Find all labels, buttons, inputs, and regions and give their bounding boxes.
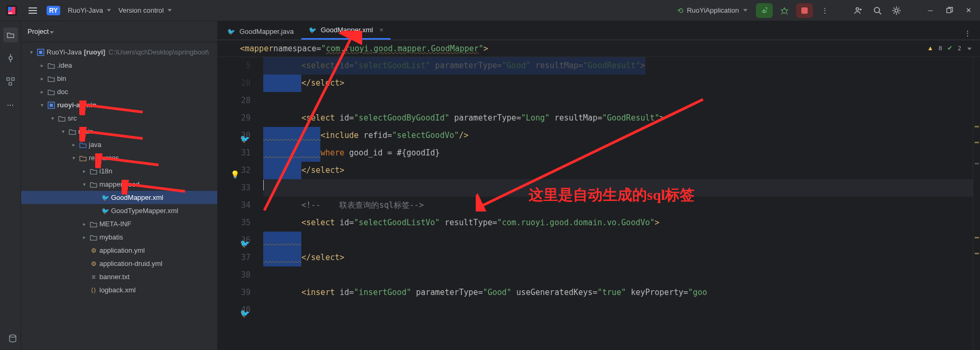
chevron-right-icon[interactable] [79, 221, 89, 227]
vcs-menu[interactable]: Version control [118, 6, 172, 14]
svg-line-20 [99, 158, 159, 165]
mybatis-nav-icon: 🐦 [240, 305, 249, 315]
commit-tool-icon[interactable] [3, 51, 18, 66]
structure-tool-icon[interactable] [3, 74, 18, 89]
folder-icon [89, 234, 98, 241]
resource-folder-icon [78, 155, 88, 161]
annotation-arrow [122, 180, 190, 195]
code-with-me-icon[interactable] [851, 3, 866, 18]
chevron-down-icon[interactable] [79, 181, 89, 187]
svg-line-19 [84, 131, 143, 139]
project-panel-header: Project [21, 21, 217, 42]
svg-point-5 [856, 7, 859, 10]
tree-item-idea[interactable]: .idea [21, 59, 217, 72]
chevron-down-icon[interactable] [69, 155, 78, 161]
tree-item-goodtypemapper[interactable]: 🐦GoodTypeMapper.xml [21, 204, 217, 217]
minimize-window-icon[interactable]: ─ [923, 3, 938, 18]
settings-icon[interactable] [889, 3, 904, 18]
chevron-down-icon[interactable] [37, 102, 47, 108]
chevron-right-icon[interactable] [69, 142, 78, 148]
run-config-selector[interactable]: ⟲ RuoYiApplication [673, 5, 752, 16]
debug-button[interactable] [777, 3, 792, 18]
more-actions-icon[interactable]: ⋮ [817, 3, 832, 18]
folder-icon [47, 76, 56, 82]
svg-line-21 [126, 184, 185, 191]
run-button[interactable] [756, 3, 773, 18]
svg-marker-2 [763, 9, 766, 12]
source-folder-icon [78, 142, 88, 148]
close-window-icon[interactable]: ✕ [961, 3, 976, 18]
svg-point-9 [9, 57, 12, 60]
tree-item-doc[interactable]: doc [21, 85, 217, 98]
chevron-right-icon[interactable] [79, 234, 89, 240]
tree-item-meta-inf[interactable]: META-INF [21, 217, 217, 231]
inspection-widget[interactable]: ▲8 ✔2 [927, 44, 972, 52]
stop-button[interactable] [796, 3, 813, 18]
text-file-icon: ≡ [89, 273, 98, 281]
tree-item-banner[interactable]: ≡banner.txt [21, 270, 217, 283]
module-icon [47, 102, 56, 109]
tree-item-app-druid[interactable]: ⚙application-druid.yml [21, 257, 217, 270]
search-everywhere-icon[interactable] [870, 3, 885, 18]
folder-icon [68, 128, 77, 135]
svg-rect-10 [7, 78, 10, 80]
svg-rect-14 [39, 51, 42, 54]
chevron-right-icon[interactable] [79, 168, 89, 174]
folder-icon [89, 168, 98, 174]
database-tool-icon[interactable] [5, 331, 20, 346]
tab-options-icon[interactable]: ⋮ [960, 25, 975, 40]
chevron-down-icon[interactable] [26, 49, 36, 55]
gutter[interactable]: 5 20 28 29 30🐦 31 32 33 34 35 36🐦 37 38 … [218, 57, 263, 350]
chevron-right-icon[interactable] [37, 76, 47, 81]
chevron-down-icon[interactable] [48, 115, 57, 121]
top-toolbar: RY RuoYi-Java Version control ⟲ RuoYiApp… [0, 0, 980, 21]
svg-rect-4 [801, 7, 808, 14]
xml-file-icon: ⟨⟩ [89, 287, 98, 294]
svg-rect-12 [9, 82, 12, 85]
tree-item-app-yml[interactable]: ⚙application.yml [21, 244, 217, 257]
annotation-arrow [79, 100, 148, 115]
folder-icon [89, 181, 98, 188]
tree-item-bin[interactable]: bin [21, 72, 217, 85]
config-file-icon: ⚙ [89, 247, 98, 254]
tree-item-mybatis[interactable]: mybatis [21, 231, 217, 244]
mybatis-nav-icon: 🐦 [240, 235, 249, 245]
close-tab-icon[interactable]: × [380, 26, 384, 34]
folder-icon [47, 89, 56, 95]
tree-root[interactable]: RuoYi-Java [ruoyi] C:\Users\qcl\Desktop\… [21, 45, 217, 59]
svg-rect-16 [50, 104, 53, 107]
check-icon: ✔ [947, 44, 953, 52]
project-selector[interactable]: RuoYi-Java [68, 6, 111, 14]
mybatis-icon: 🐦 [100, 207, 110, 215]
project-view-combo[interactable]: Project [27, 27, 54, 35]
folder-icon [89, 221, 98, 227]
mybatis-nav-icon: 🐦 [240, 131, 249, 140]
mybatis-icon: 🐦 [227, 28, 235, 35]
svg-point-17 [10, 335, 16, 337]
folder-icon [57, 115, 67, 122]
tool-window-strip-left: ⋯ [0, 21, 21, 350]
annotation-arrow [95, 153, 164, 168]
config-file-icon: ⚙ [89, 260, 98, 268]
svg-line-22 [264, 37, 352, 210]
ide-logo-icon[interactable] [4, 3, 19, 18]
svg-point-6 [874, 7, 880, 13]
chevron-down-icon[interactable] [966, 44, 972, 52]
annotation-arrow [79, 127, 148, 142]
svg-rect-1 [8, 13, 12, 14]
chevron-right-icon[interactable] [37, 89, 47, 95]
svg-rect-11 [12, 78, 14, 80]
project-tree[interactable]: RuoYi-Java [ruoyi] C:\Users\qcl\Desktop\… [21, 42, 217, 300]
main-menu-icon[interactable] [26, 4, 39, 17]
restore-window-icon[interactable] [942, 3, 957, 18]
project-tool-icon[interactable] [3, 27, 18, 42]
annotation-text: 这里是自动生成的sql标签 [529, 185, 695, 205]
tree-item-logback[interactable]: ⟨⟩logback.xml [21, 283, 217, 297]
intention-bulb-icon[interactable]: 💡 [230, 166, 239, 183]
error-stripe[interactable] [973, 57, 980, 350]
spring-icon: ⟲ [677, 6, 683, 15]
chevron-down-icon[interactable] [58, 128, 68, 134]
project-badge: RY [47, 6, 60, 15]
chevron-right-icon[interactable] [37, 62, 47, 68]
more-tools-icon[interactable]: ⋯ [3, 97, 18, 112]
